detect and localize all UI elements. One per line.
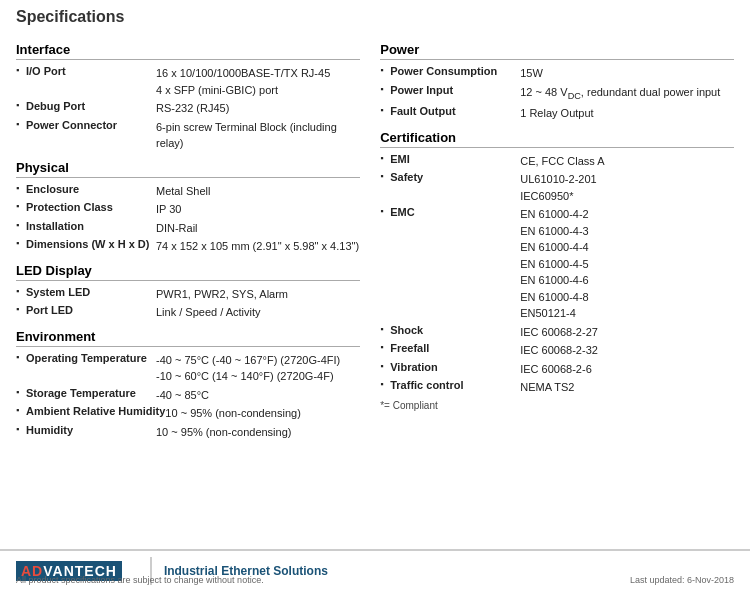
power-connector-row: Power Connector 6-pin screw Terminal Blo… xyxy=(16,119,360,152)
humidity-rel-label: Ambient Relative Humidity xyxy=(16,405,165,417)
environment-title: Environment xyxy=(16,329,360,347)
installation-value: DIN-Rail xyxy=(156,220,360,237)
page-title: Specifications xyxy=(16,8,734,26)
footer-date: Last updated: 6-Nov-2018 xyxy=(630,575,734,585)
physical-title: Physical xyxy=(16,160,360,178)
op-temp-value: -40 ~ 75°C (-40 ~ 167°F) (2720G-4FI) -10… xyxy=(156,352,360,385)
emi-row: EMI CE, FCC Class A xyxy=(380,153,734,170)
protection-value: IP 30 xyxy=(156,201,360,218)
port-led-label: Port LED xyxy=(16,304,156,316)
power-title: Power xyxy=(380,42,734,60)
installation-label: Installation xyxy=(16,220,156,232)
humidity-value: 10 ~ 95% (non-condensing) xyxy=(156,424,360,441)
io-port-value: 16 x 10/100/1000BASE-T/TX RJ-45 4 x SFP … xyxy=(156,65,360,98)
io-port-label: I/O Port xyxy=(16,65,156,77)
op-temp-row: Operating Temperature -40 ~ 75°C (-40 ~ … xyxy=(16,352,360,385)
system-led-value: PWR1, PWR2, SYS, Alarm xyxy=(156,286,360,303)
vibration-label: Vibration xyxy=(380,361,520,373)
vibration-row: Vibration IEC 60068-2-6 xyxy=(380,361,734,378)
emi-value: CE, FCC Class A xyxy=(520,153,734,170)
protection-label: Protection Class xyxy=(16,201,156,213)
dimensions-row: Dimensions (W x H x D) 74 x 152 x 105 mm… xyxy=(16,238,360,255)
emc-row: EMC EN 61000-4-2 EN 61000-4-3 EN 61000-4… xyxy=(380,206,734,322)
enclosure-value: Metal Shell xyxy=(156,183,360,200)
freefall-label: Freefall xyxy=(380,342,520,354)
power-consumption-value: 15W xyxy=(520,65,734,82)
power-input-row: Power Input 12 ~ 48 VDC, redundant dual … xyxy=(380,84,734,104)
shock-row: Shock IEC 60068-2-27 xyxy=(380,324,734,341)
debug-port-label: Debug Port xyxy=(16,100,156,112)
power-section: Power Power Consumption 15W Power Input … xyxy=(380,42,734,122)
power-connector-value: 6-pin screw Terminal Block (including re… xyxy=(156,119,360,152)
humidity-rel-value: 10 ~ 95% (non-condensing) xyxy=(165,405,360,422)
physical-section: Physical Enclosure Metal Shell Protectio… xyxy=(16,160,360,255)
fault-output-value: 1 Relay Output xyxy=(520,105,734,122)
power-consumption-row: Power Consumption 15W xyxy=(380,65,734,82)
right-column: Power Power Consumption 15W Power Input … xyxy=(370,34,734,442)
storage-temp-value: -40 ~ 85°C xyxy=(156,387,360,404)
fault-output-label: Fault Output xyxy=(380,105,520,117)
led-title: LED Display xyxy=(16,263,360,281)
debug-port-row: Debug Port RS-232 (RJ45) xyxy=(16,100,360,117)
traffic-row: Traffic control NEMA TS2 xyxy=(380,379,734,396)
power-connector-label: Power Connector xyxy=(16,119,156,131)
humidity-row: Humidity 10 ~ 95% (non-condensing) xyxy=(16,424,360,441)
shock-label: Shock xyxy=(380,324,520,336)
power-input-value: 12 ~ 48 VDC, redundant dual power input xyxy=(520,84,734,104)
safety-value: UL61010-2-201 IEC60950* xyxy=(520,171,734,204)
traffic-value: NEMA TS2 xyxy=(520,379,734,396)
emi-label: EMI xyxy=(380,153,520,165)
certification-title: Certification xyxy=(380,130,734,148)
op-temp-label: Operating Temperature xyxy=(16,352,156,364)
shock-value: IEC 60068-2-27 xyxy=(520,324,734,341)
interface-section: Interface I/O Port 16 x 10/100/1000BASE-… xyxy=(16,42,360,152)
storage-temp-label: Storage Temperature xyxy=(16,387,156,399)
humidity-rel-row: Ambient Relative Humidity 10 ~ 95% (non-… xyxy=(16,405,360,422)
port-led-row: Port LED Link / Speed / Activity xyxy=(16,304,360,321)
system-led-row: System LED PWR1, PWR2, SYS, Alarm xyxy=(16,286,360,303)
port-led-value: Link / Speed / Activity xyxy=(156,304,360,321)
interface-title: Interface xyxy=(16,42,360,60)
power-input-label: Power Input xyxy=(380,84,520,96)
certification-section: Certification EMI CE, FCC Class A Safety… xyxy=(380,130,734,411)
debug-port-value: RS-232 (RJ45) xyxy=(156,100,360,117)
storage-temp-row: Storage Temperature -40 ~ 85°C xyxy=(16,387,360,404)
emc-label: EMC xyxy=(380,206,520,218)
io-port-row: I/O Port 16 x 10/100/1000BASE-T/TX RJ-45… xyxy=(16,65,360,98)
two-col-layout: Interface I/O Port 16 x 10/100/1000BASE-… xyxy=(16,34,734,442)
footer-note: All product specifications are subject t… xyxy=(16,575,264,585)
fault-output-row: Fault Output 1 Relay Output xyxy=(380,105,734,122)
safety-row: Safety UL61010-2-201 IEC60950* xyxy=(380,171,734,204)
freefall-value: IEC 60068-2-32 xyxy=(520,342,734,359)
power-consumption-label: Power Consumption xyxy=(380,65,520,77)
emc-value: EN 61000-4-2 EN 61000-4-3 EN 61000-4-4 E… xyxy=(520,206,734,322)
safety-label: Safety xyxy=(380,171,520,183)
system-led-label: System LED xyxy=(16,286,156,298)
left-column: Interface I/O Port 16 x 10/100/1000BASE-… xyxy=(16,34,370,442)
traffic-label: Traffic control xyxy=(380,379,520,391)
humidity-label: Humidity xyxy=(16,424,156,436)
page-wrapper: Specifications Interface I/O Port 16 x 1… xyxy=(0,0,750,492)
certification-footnote: *= Compliant xyxy=(380,400,734,411)
installation-row: Installation DIN-Rail xyxy=(16,220,360,237)
enclosure-label: Enclosure xyxy=(16,183,156,195)
freefall-row: Freefall IEC 60068-2-32 xyxy=(380,342,734,359)
dimensions-value: 74 x 152 x 105 mm (2.91" x 5.98" x 4.13"… xyxy=(156,238,360,255)
protection-row: Protection Class IP 30 xyxy=(16,201,360,218)
environment-section: Environment Operating Temperature -40 ~ … xyxy=(16,329,360,441)
led-section: LED Display System LED PWR1, PWR2, SYS, … xyxy=(16,263,360,321)
enclosure-row: Enclosure Metal Shell xyxy=(16,183,360,200)
dimensions-label: Dimensions (W x H x D) xyxy=(16,238,156,250)
vibration-value: IEC 60068-2-6 xyxy=(520,361,734,378)
footer: ADVANTECH Industrial Ethernet Solutions … xyxy=(0,549,750,591)
